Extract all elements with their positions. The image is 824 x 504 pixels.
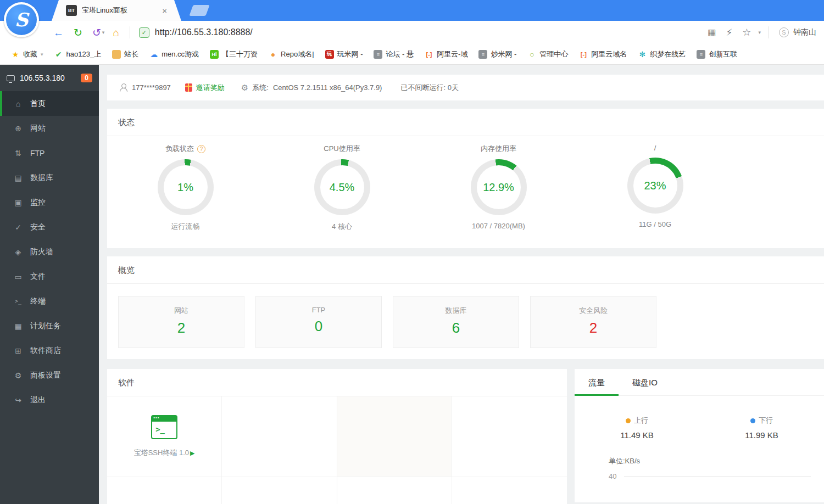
software-empty-cell — [337, 477, 452, 504]
message-count-badge[interactable]: 0 — [81, 74, 92, 82]
browser-tab[interactable]: BT 宝塔Linux面板 × — [52, 0, 181, 21]
sidebar-item-security[interactable]: ✓ 安全 — [0, 215, 99, 239]
home-icon[interactable]: ⌂ — [113, 27, 119, 38]
bookmark-repo[interactable]: ● Repo域名| — [269, 49, 314, 59]
bookmark-label: men.cc游戏 — [162, 49, 199, 59]
bookmark-luntan[interactable]: ≡ 论坛 - 悬 — [374, 49, 414, 59]
bookmark-chuangxin[interactable]: ≡ 创新互联 — [697, 49, 737, 59]
tab-title: 宝塔Linux面板 — [82, 5, 157, 15]
chart-unit-label: 单位:KB/s — [609, 456, 824, 466]
gauge-row: 负载状态 ? 1% 运行流畅 CPU使用率 4.5% 4 核心 内 — [107, 136, 733, 248]
bookmark-wanmi[interactable]: 玩 玩米网 - — [325, 49, 363, 59]
gauge-value: 23% — [644, 180, 666, 192]
bookmark-label: 织梦在线艺 — [650, 49, 686, 59]
sidebar-item-label: 计划任务 — [30, 321, 61, 331]
sidebar-item-sites[interactable]: ⊕ 网站 — [0, 116, 99, 141]
sidebar-item-ftp[interactable]: ⇅ FTP — [0, 141, 99, 165]
undo-icon[interactable]: ↺ — [92, 27, 101, 38]
terminal-app-icon: •••>_ — [151, 415, 177, 439]
y-tick-40: 40 — [609, 472, 616, 480]
bookmark-hao123[interactable]: ✔ hao123_上 — [54, 49, 102, 59]
sidebar-item-database[interactable]: ▤ 数据库 — [0, 165, 99, 190]
url-text[interactable]: http://106.55.3.180:8888/ — [155, 27, 253, 37]
back-icon[interactable]: ← — [53, 27, 64, 38]
card-sites[interactable]: 网站 2 — [118, 296, 244, 348]
sidebar-item-home[interactable]: ⌂ 首页 — [0, 91, 99, 116]
gauge-title: 内存使用率 — [481, 144, 516, 154]
account-name[interactable]: 钟南山 — [793, 27, 816, 37]
ring-icon: ○ — [527, 50, 536, 59]
sidebar-item-logout[interactable]: ↪ 退出 — [0, 388, 99, 412]
play-icon[interactable]: ▶ — [190, 450, 194, 456]
lightning-icon[interactable]: ⚡ — [726, 28, 732, 37]
logout-icon: ↪ — [13, 396, 23, 405]
qr-code-icon[interactable]: ▦ — [708, 28, 716, 37]
tab-close-icon[interactable]: × — [162, 6, 167, 15]
software-grid: •••>_ 宝塔SSH终端 1.0▶ — [107, 396, 567, 504]
site-safety-shield-icon[interactable]: ✓ — [139, 27, 149, 38]
refresh-icon[interactable]: ↻ — [74, 27, 82, 38]
cloud-icon: ☁ — [149, 50, 158, 59]
bookmark-mencc[interactable]: ☁ men.cc游戏 — [149, 49, 199, 59]
invite-reward-link[interactable]: 邀请奖励 — [196, 83, 225, 93]
chart-icon: ▣ — [13, 198, 23, 207]
sidebar-item-settings[interactable]: ⚙ 面板设置 — [0, 363, 99, 388]
bookmark-label: 炒米网 - — [491, 49, 516, 59]
bookmark-chaomi[interactable]: ≡ 炒米网 - — [478, 49, 516, 59]
bookmark-sanshiwan[interactable]: Hi 【三十万资 — [210, 49, 258, 59]
sidebar-item-firewall[interactable]: ◈ 防火墙 — [0, 239, 99, 264]
bookmark-zhimeng[interactable]: ✻ 织梦在线艺 — [638, 49, 686, 59]
bracket-icon: [-] — [425, 50, 433, 59]
bookmark-favorites[interactable]: ★ 收藏 ▾ — [11, 49, 43, 59]
bookmark-star-icon[interactable]: ☆ — [742, 27, 751, 37]
tab-disk-io[interactable]: 磁盘IO — [619, 369, 671, 395]
card-value: 6 — [393, 320, 519, 337]
star-dropdown-icon[interactable]: ▾ — [758, 30, 761, 35]
tab-traffic[interactable]: 流量 — [575, 369, 619, 395]
card-security-risk[interactable]: 安全风险 2 — [530, 296, 656, 348]
bookmark-aliyun-domain[interactable]: [-] 阿里云域名 — [579, 49, 627, 59]
memory-gauge-ring: 12.9% — [471, 159, 527, 215]
traffic-legend: 上行 11.49 KB 下行 11.99 KB — [575, 416, 824, 440]
undo-dropdown-icon[interactable]: ▾ — [102, 30, 105, 35]
sogou-s-icon: S — [6, 4, 37, 35]
sogou-browser-logo[interactable]: S — [4, 2, 39, 37]
new-tab-button[interactable] — [189, 5, 209, 16]
user-icon — [119, 83, 127, 92]
chevron-down-icon: ▾ — [41, 52, 43, 57]
card-ftp[interactable]: FTP 0 — [255, 296, 382, 348]
wan-badge-icon: 玩 — [325, 50, 334, 59]
sidebar-item-files[interactable]: ▭ 文件 — [0, 264, 99, 289]
sidebar-item-cron[interactable]: ▦ 计划任务 — [0, 313, 99, 338]
address-bar[interactable]: ✓ http://106.55.3.180:8888/ — [136, 27, 703, 38]
bookmarks-bar: ★ 收藏 ▾ ✔ hao123_上 站长 ☁ men.cc游戏 Hi 【三十万资… — [0, 44, 824, 65]
bookmark-label: 【三十万资 — [222, 49, 258, 59]
calendar-icon: ▦ — [13, 322, 23, 331]
bookmark-label: 收藏 — [23, 49, 37, 59]
firewall-shield-icon: ◈ — [13, 248, 23, 256]
software-item-bt-ssh[interactable]: •••>_ 宝塔SSH终端 1.0▶ — [107, 396, 222, 477]
sidebar-item-monitor[interactable]: ▣ 监控 — [0, 190, 99, 215]
status-panel: 状态 负载状态 ? 1% 运行流畅 CPU使用率 4.5% — [107, 109, 824, 248]
server-ip: 106.55.3.180 — [20, 74, 65, 82]
software-empty-cell — [222, 477, 337, 504]
bookmark-aliyun-yu[interactable]: [-] 阿里云-域 — [425, 49, 467, 59]
system-label: 系统: — [252, 83, 269, 93]
help-icon[interactable]: ? — [197, 145, 205, 153]
bookmark-guanli[interactable]: ○ 管理中心 — [527, 49, 568, 59]
document-icon: ≡ — [697, 50, 705, 59]
upstream-dot-icon — [626, 418, 631, 423]
sidebar-item-terminal[interactable]: >_ 终端 — [0, 289, 99, 313]
account-s-icon[interactable]: S — [779, 27, 789, 37]
gear-icon: ⚙ — [13, 371, 23, 380]
card-label: 数据库 — [393, 306, 519, 316]
sidebar-item-appstore[interactable]: ⊞ 软件商店 — [0, 338, 99, 363]
bookmark-label: hao123_上 — [66, 49, 102, 59]
card-database[interactable]: 数据库 6 — [393, 296, 519, 348]
bookmark-zhanzhang[interactable]: 站长 — [112, 49, 138, 59]
bracket-icon: [-] — [579, 50, 588, 59]
card-label: FTP — [256, 306, 381, 314]
gauge-subtext: 4 核心 — [264, 222, 420, 232]
gauge-title: 负载状态 — [165, 144, 194, 154]
username[interactable]: 177****9897 — [132, 83, 171, 92]
